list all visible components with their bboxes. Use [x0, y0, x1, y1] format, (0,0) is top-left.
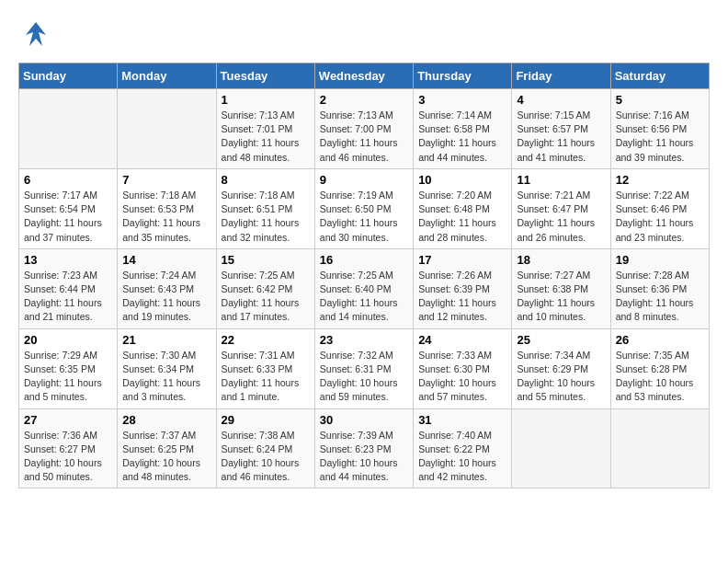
day-info: Sunrise: 7:16 AM Sunset: 6:56 PM Dayligh… [616, 109, 704, 165]
day-number: 21 [122, 333, 210, 347]
day-info: Sunrise: 7:21 AM Sunset: 6:47 PM Dayligh… [517, 189, 605, 245]
day-number: 1 [222, 93, 310, 107]
day-number: 29 [222, 413, 310, 427]
day-number: 15 [222, 253, 310, 267]
calendar-week-row: 20Sunrise: 7:29 AM Sunset: 6:35 PM Dayli… [19, 328, 710, 408]
day-info: Sunrise: 7:18 AM Sunset: 6:51 PM Dayligh… [222, 189, 310, 245]
day-info: Sunrise: 7:33 AM Sunset: 6:30 PM Dayligh… [418, 349, 506, 405]
day-number: 4 [517, 93, 605, 107]
day-number: 9 [320, 173, 408, 187]
calendar-cell: 16Sunrise: 7:25 AM Sunset: 6:40 PM Dayli… [314, 248, 413, 328]
day-number: 31 [418, 413, 506, 427]
day-info: Sunrise: 7:24 AM Sunset: 6:43 PM Dayligh… [122, 269, 210, 325]
day-number: 7 [122, 173, 210, 187]
calendar-cell: 8Sunrise: 7:18 AM Sunset: 6:51 PM Daylig… [216, 168, 314, 248]
day-number: 20 [24, 333, 112, 347]
day-info: Sunrise: 7:14 AM Sunset: 6:58 PM Dayligh… [418, 109, 506, 165]
calendar-cell: 27Sunrise: 7:36 AM Sunset: 6:27 PM Dayli… [19, 408, 118, 488]
day-info: Sunrise: 7:20 AM Sunset: 6:48 PM Dayligh… [418, 189, 506, 245]
day-number: 18 [517, 253, 605, 267]
calendar-cell: 7Sunrise: 7:18 AM Sunset: 6:53 PM Daylig… [118, 168, 216, 248]
day-info: Sunrise: 7:39 AM Sunset: 6:23 PM Dayligh… [320, 429, 408, 485]
calendar-header-row: SundayMondayTuesdayWednesdayThursdayFrid… [19, 63, 710, 89]
day-number: 6 [24, 173, 112, 187]
day-info: Sunrise: 7:22 AM Sunset: 6:46 PM Dayligh… [616, 189, 704, 245]
day-number: 25 [517, 333, 605, 347]
calendar-cell: 10Sunrise: 7:20 AM Sunset: 6:48 PM Dayli… [414, 168, 512, 248]
calendar-cell: 13Sunrise: 7:23 AM Sunset: 6:44 PM Dayli… [19, 248, 118, 328]
day-number: 12 [616, 173, 704, 187]
day-info: Sunrise: 7:18 AM Sunset: 6:53 PM Dayligh… [122, 189, 210, 245]
calendar-cell: 15Sunrise: 7:25 AM Sunset: 6:42 PM Dayli… [216, 248, 314, 328]
day-number: 5 [616, 93, 704, 107]
day-number: 3 [418, 93, 506, 107]
col-header-saturday: Saturday [610, 63, 709, 89]
logo [18, 18, 57, 53]
day-info: Sunrise: 7:36 AM Sunset: 6:27 PM Dayligh… [24, 429, 112, 485]
calendar-cell: 12Sunrise: 7:22 AM Sunset: 6:46 PM Dayli… [610, 168, 709, 248]
logo-icon [18, 18, 53, 53]
day-number: 28 [122, 413, 210, 427]
day-info: Sunrise: 7:28 AM Sunset: 6:36 PM Dayligh… [616, 269, 704, 325]
calendar-week-row: 1Sunrise: 7:13 AM Sunset: 7:01 PM Daylig… [19, 89, 710, 169]
day-number: 11 [517, 173, 605, 187]
calendar-cell: 9Sunrise: 7:19 AM Sunset: 6:50 PM Daylig… [314, 168, 413, 248]
col-header-monday: Monday [118, 63, 216, 89]
day-info: Sunrise: 7:29 AM Sunset: 6:35 PM Dayligh… [24, 349, 112, 405]
day-number: 17 [418, 253, 506, 267]
day-number: 13 [24, 253, 112, 267]
calendar-cell: 1Sunrise: 7:13 AM Sunset: 7:01 PM Daylig… [216, 89, 314, 169]
day-info: Sunrise: 7:23 AM Sunset: 6:44 PM Dayligh… [24, 269, 112, 325]
day-number: 26 [616, 333, 704, 347]
col-header-thursday: Thursday [414, 63, 512, 89]
day-number: 23 [320, 333, 408, 347]
calendar-cell: 20Sunrise: 7:29 AM Sunset: 6:35 PM Dayli… [19, 328, 118, 408]
svg-marker-0 [26, 22, 46, 46]
calendar-week-row: 27Sunrise: 7:36 AM Sunset: 6:27 PM Dayli… [19, 408, 710, 488]
calendar-cell [118, 89, 216, 169]
col-header-friday: Friday [512, 63, 610, 89]
calendar-cell: 24Sunrise: 7:33 AM Sunset: 6:30 PM Dayli… [414, 328, 512, 408]
day-number: 30 [320, 413, 408, 427]
calendar-table: SundayMondayTuesdayWednesdayThursdayFrid… [18, 63, 710, 488]
day-info: Sunrise: 7:30 AM Sunset: 6:34 PM Dayligh… [122, 349, 210, 405]
calendar-cell [19, 89, 118, 169]
day-number: 27 [24, 413, 112, 427]
calendar-cell: 14Sunrise: 7:24 AM Sunset: 6:43 PM Dayli… [118, 248, 216, 328]
day-info: Sunrise: 7:25 AM Sunset: 6:42 PM Dayligh… [222, 269, 310, 325]
calendar-cell [610, 408, 709, 488]
calendar-cell: 21Sunrise: 7:30 AM Sunset: 6:34 PM Dayli… [118, 328, 216, 408]
calendar-cell: 6Sunrise: 7:17 AM Sunset: 6:54 PM Daylig… [19, 168, 118, 248]
calendar-cell: 25Sunrise: 7:34 AM Sunset: 6:29 PM Dayli… [512, 328, 610, 408]
calendar-cell: 18Sunrise: 7:27 AM Sunset: 6:38 PM Dayli… [512, 248, 610, 328]
calendar-cell: 5Sunrise: 7:16 AM Sunset: 6:56 PM Daylig… [610, 89, 709, 169]
day-info: Sunrise: 7:26 AM Sunset: 6:39 PM Dayligh… [418, 269, 506, 325]
day-number: 14 [122, 253, 210, 267]
day-number: 10 [418, 173, 506, 187]
day-info: Sunrise: 7:27 AM Sunset: 6:38 PM Dayligh… [517, 269, 605, 325]
calendar-week-row: 6Sunrise: 7:17 AM Sunset: 6:54 PM Daylig… [19, 168, 710, 248]
col-header-tuesday: Tuesday [216, 63, 314, 89]
day-number: 24 [418, 333, 506, 347]
day-info: Sunrise: 7:25 AM Sunset: 6:40 PM Dayligh… [320, 269, 408, 325]
calendar-cell: 11Sunrise: 7:21 AM Sunset: 6:47 PM Dayli… [512, 168, 610, 248]
page-header [18, 18, 710, 53]
calendar-cell [512, 408, 610, 488]
calendar-cell: 30Sunrise: 7:39 AM Sunset: 6:23 PM Dayli… [314, 408, 413, 488]
calendar-cell: 23Sunrise: 7:32 AM Sunset: 6:31 PM Dayli… [314, 328, 413, 408]
calendar-cell: 4Sunrise: 7:15 AM Sunset: 6:57 PM Daylig… [512, 89, 610, 169]
day-info: Sunrise: 7:37 AM Sunset: 6:25 PM Dayligh… [122, 429, 210, 485]
col-header-sunday: Sunday [19, 63, 118, 89]
calendar-cell: 26Sunrise: 7:35 AM Sunset: 6:28 PM Dayli… [610, 328, 709, 408]
calendar-week-row: 13Sunrise: 7:23 AM Sunset: 6:44 PM Dayli… [19, 248, 710, 328]
day-number: 8 [222, 173, 310, 187]
day-info: Sunrise: 7:34 AM Sunset: 6:29 PM Dayligh… [517, 349, 605, 405]
day-number: 22 [222, 333, 310, 347]
day-number: 16 [320, 253, 408, 267]
calendar-cell: 28Sunrise: 7:37 AM Sunset: 6:25 PM Dayli… [118, 408, 216, 488]
day-info: Sunrise: 7:19 AM Sunset: 6:50 PM Dayligh… [320, 189, 408, 245]
day-info: Sunrise: 7:38 AM Sunset: 6:24 PM Dayligh… [222, 429, 310, 485]
calendar-cell: 31Sunrise: 7:40 AM Sunset: 6:22 PM Dayli… [414, 408, 512, 488]
calendar-cell: 29Sunrise: 7:38 AM Sunset: 6:24 PM Dayli… [216, 408, 314, 488]
calendar-cell: 17Sunrise: 7:26 AM Sunset: 6:39 PM Dayli… [414, 248, 512, 328]
